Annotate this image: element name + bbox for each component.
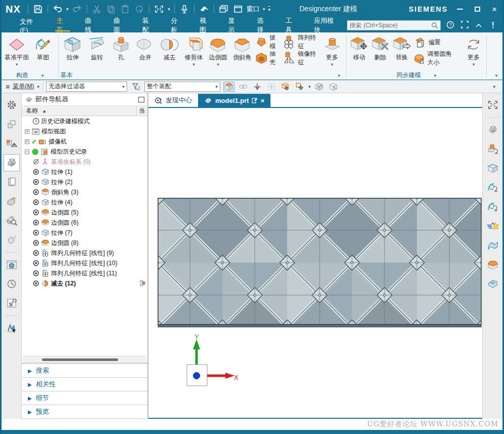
model-plate[interactable] (158, 198, 482, 328)
undock-panel-icon[interactable] (138, 97, 144, 102)
tab-discovery-center[interactable]: 发现中心 (148, 94, 198, 107)
surface-tool-icon[interactable] (485, 237, 501, 254)
selection-chain-icon[interactable] (238, 82, 249, 92)
cascade-windows-icon[interactable] (218, 4, 229, 15)
datum-plane-button[interactable]: 基准平面 ▾ (4, 33, 30, 68)
tree-row[interactable]: 拉伸 (2) (22, 177, 147, 187)
tree-row[interactable]: + 模型视图 (22, 126, 147, 136)
extrude-button[interactable]: 拉伸 (60, 33, 85, 61)
eye-icon[interactable] (32, 209, 40, 216)
eye-icon[interactable] (32, 280, 40, 287)
basic-more-caret[interactable]: ▾ (331, 61, 333, 68)
cut-icon[interactable] (91, 4, 102, 15)
sync-more-caret[interactable]: ▾ (473, 61, 475, 68)
trim-body-caret[interactable]: ▾ (192, 61, 195, 68)
snap-point-caret[interactable]: ▾ (308, 84, 311, 89)
eye-icon[interactable] (32, 229, 40, 237)
pattern-feature-button[interactable]: 阵列特征 (283, 35, 319, 49)
tree-row[interactable]: 阵列几何特征 [线性] (9) (22, 248, 147, 258)
fullscreen-icon[interactable] (460, 21, 469, 30)
eye-icon[interactable] (32, 260, 40, 267)
tree-row[interactable]: 减去 (12) (22, 278, 147, 288)
section-details[interactable]: ▶细节 (22, 391, 147, 405)
revolve-button[interactable]: 旋转 (85, 33, 109, 61)
shell-button[interactable]: 抽壳 (255, 52, 281, 65)
shell-tool-icon[interactable] (485, 275, 501, 293)
constraint-navigator-icon[interactable] (4, 135, 20, 152)
menu-button[interactable]: 菜单(M) (13, 82, 34, 91)
sync-group-label[interactable]: 同步建模▾ (348, 71, 484, 80)
blend-tool-icon[interactable] (485, 256, 501, 273)
tree-row[interactable]: 基准坐标系 (0) (22, 157, 147, 167)
menu-tab-file[interactable]: 文件(F) (12, 18, 48, 32)
basic-group-label[interactable]: 基本▾ (60, 71, 344, 80)
info-icon[interactable]: i (4, 231, 20, 248)
undo-dropdown-caret[interactable]: ▾ (66, 7, 69, 12)
undo-icon[interactable] (52, 4, 63, 15)
minimize-button[interactable] (455, 4, 465, 14)
expand-icon[interactable]: + (25, 129, 29, 134)
help-icon[interactable]: ? (446, 21, 455, 30)
eye-icon[interactable] (32, 219, 40, 227)
collapse-icon[interactable]: − (25, 150, 29, 154)
subtract-button[interactable]: 减去 (158, 33, 182, 61)
tree-row[interactable]: − 模型历史记录 (22, 147, 147, 157)
offset-region-button[interactable]: 偏置 (413, 35, 455, 49)
eye-icon[interactable] (32, 270, 40, 277)
assembly-navigator-icon[interactable] (4, 116, 20, 133)
section-search[interactable]: ▶搜索 (22, 364, 147, 378)
web-integration-icon[interactable] (4, 212, 20, 229)
history-icon[interactable] (4, 275, 20, 293)
resize-blend-button[interactable]: 调整圆角大小 (413, 52, 455, 65)
draft-button[interactable]: 拔模 (255, 35, 281, 49)
datum-plane-caret[interactable]: ▾ (16, 61, 18, 68)
copy-icon[interactable] (105, 4, 117, 15)
window-menu-label[interactable]: 窗口 (247, 5, 260, 14)
hole-button[interactable]: 孔 (109, 33, 133, 61)
menu-tab-assembly[interactable]: 装配 (134, 18, 163, 32)
mirror-feature-button[interactable]: 镜像特征 (283, 52, 319, 65)
toolbar-overflow-caret[interactable]: ▾ (493, 84, 495, 89)
unite-button[interactable]: 合并 (133, 33, 158, 61)
tree-row[interactable]: 倒斜角 (3) (22, 187, 147, 197)
menu-tab-application[interactable]: 应用模块 (306, 18, 347, 32)
tree-row[interactable]: 边倒圆 (5) (22, 207, 147, 218)
tree-row[interactable]: 边倒圆 (6) (22, 218, 147, 228)
horizontal-scrollbar[interactable] (23, 356, 146, 363)
web-browser-icon[interactable] (4, 256, 20, 273)
sketch-curve-icon[interactable] (485, 198, 501, 215)
tab-model1-prt[interactable]: model1.prt × (198, 94, 270, 107)
tree-row[interactable]: 阵列几何特征 [线性] (10) (22, 258, 147, 268)
selection-filter-dropdown[interactable]: 无选择过滤器▾ (46, 82, 127, 92)
close-tab-icon[interactable]: × (260, 97, 264, 104)
tree-row[interactable]: + ✓ 摄像机 (22, 136, 147, 147)
menu-tab-view[interactable]: 视图 (191, 18, 220, 32)
eye-icon[interactable] (32, 249, 40, 257)
reuse-library-icon[interactable] (4, 173, 20, 191)
minimize-ribbon-icon[interactable] (474, 21, 483, 29)
tree-row[interactable]: 阵列几何特征 [线性] (11) (22, 268, 147, 278)
touch-mode-icon[interactable] (199, 4, 210, 15)
chamfer-button[interactable]: 倒斜角 (230, 33, 254, 61)
trim-body-button[interactable]: 修剪体 ▾ (182, 33, 206, 68)
repeat-command-icon[interactable] (134, 4, 145, 15)
menu-hamburger-icon[interactable]: ≡ (6, 83, 10, 91)
hidden-eye-icon[interactable] (32, 158, 40, 166)
menu-tab-tools[interactable]: 工具 (277, 18, 306, 32)
tree-row[interactable]: 边倒圆 (8) (22, 238, 147, 248)
section-dependencies[interactable]: ▶相关性 (22, 378, 147, 391)
filter-reset-icon[interactable] (130, 82, 141, 92)
replace-face-button[interactable]: 替换 (391, 33, 412, 61)
maximize-button[interactable] (472, 4, 482, 14)
point-filter-icon[interactable] (252, 82, 263, 92)
window-menu-caret[interactable]: ▾ (263, 7, 265, 12)
tree-row[interactable]: 拉伸 (7) (22, 228, 147, 238)
extrude-tool-icon[interactable] (485, 160, 501, 177)
eye-icon[interactable] (32, 189, 40, 196)
shaded-face-icon[interactable] (314, 82, 325, 92)
quick-favorites-icon[interactable] (485, 218, 501, 235)
part-navigator-icon[interactable] (4, 154, 20, 171)
view-part-icon[interactable] (485, 121, 501, 138)
scrollbar-thumb[interactable] (42, 358, 118, 361)
ribbon-overflow-caret[interactable]: ▾ (495, 73, 497, 78)
